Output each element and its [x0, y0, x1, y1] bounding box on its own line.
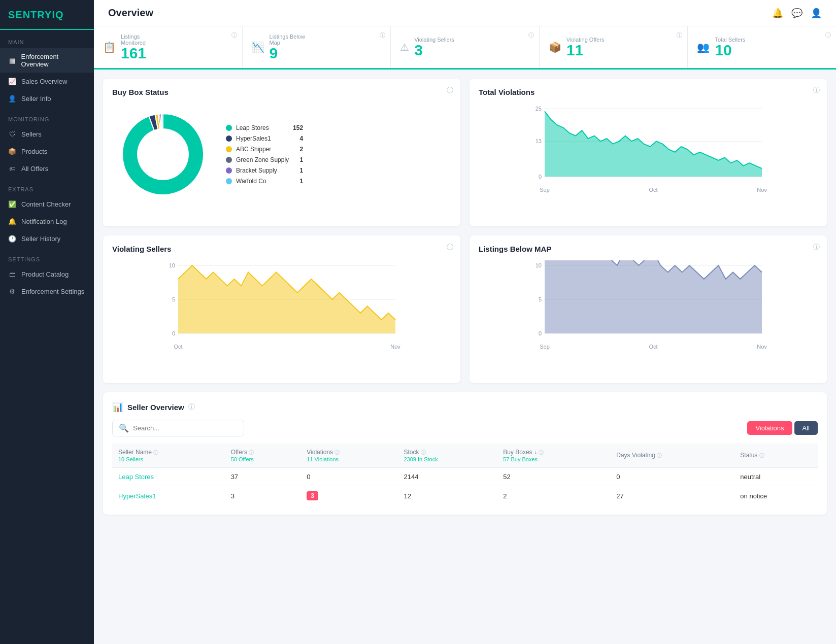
seller-overview-header: 📊 Seller Overview ⓘ — [112, 401, 818, 413]
cell-daysviolating-0: 0 — [610, 468, 734, 486]
sidebar-item-enforcement-settings[interactable]: ⚙Enforcement Settings — [0, 283, 94, 300]
donut-legend: Leap Stores152HyperSales14ABC Shipper2Gr… — [226, 124, 303, 185]
user-icon[interactable]: 👤 — [811, 8, 822, 19]
sidebar-item-sellers[interactable]: 🛡Sellers — [0, 125, 94, 143]
search-icon: 🔍 — [119, 423, 129, 433]
col-label: Days Violating ⓘ — [616, 452, 662, 459]
legend-count: 4 — [293, 135, 303, 142]
bell-icon: 🔔 — [8, 217, 16, 225]
check-square-icon: ✅ — [8, 200, 16, 208]
sidebar-item-content-checker[interactable]: ✅Content Checker — [0, 195, 94, 213]
table-col-4: Buy Boxes ↓ ⓘ57 Buy Boxes — [497, 444, 610, 468]
bar-chart-icon: ▦ — [8, 56, 16, 64]
seller-overview-info-icon[interactable]: ⓘ — [188, 402, 195, 412]
col-sub: 11 Violations — [307, 456, 391, 462]
col-info[interactable]: ⓘ — [421, 450, 426, 455]
legend-dot — [226, 125, 232, 131]
cell-seller-1: HyperSales1 — [112, 486, 225, 506]
total-violations-title: Total Violations — [479, 88, 818, 96]
svg-text:5: 5 — [539, 296, 542, 302]
table-col-0: Seller Name ⓘ10 Sellers — [112, 444, 225, 468]
col-info[interactable]: ⓘ — [759, 453, 764, 458]
total-violations-chart: 01325SepOctNov — [479, 104, 818, 215]
svg-text:Nov: Nov — [757, 344, 767, 350]
cell-violations-0: 0 — [300, 468, 397, 486]
svg-text:10: 10 — [536, 262, 542, 268]
legend-item-Warfold Co: Warfold Co1 — [226, 178, 303, 185]
stat-info-icon-0[interactable]: ⓘ — [231, 31, 237, 39]
stat-item-4: 👥 Total Sellers 10 ⓘ — [688, 26, 836, 68]
sidebar-section-monitoring: Monitoring — [0, 107, 94, 125]
col-sub: 10 Sellers — [118, 456, 219, 462]
svg-text:0: 0 — [539, 174, 542, 180]
sidebar-item-notification-log[interactable]: 🔔Notification Log — [0, 213, 94, 230]
filter-buttons: ViolationsAll — [747, 421, 818, 435]
seller-link-0[interactable]: Leap Stores — [118, 473, 154, 481]
total-violations-info-icon[interactable]: ⓘ — [813, 86, 820, 95]
sidebar-item-label: Seller History — [21, 235, 60, 243]
violations-badge-1: 3 — [307, 491, 318, 500]
table-col-6: Status ⓘ — [734, 444, 818, 468]
sidebar-item-enforcement-overview[interactable]: ▦Enforcement Overview — [0, 48, 94, 73]
col-info[interactable]: ⓘ — [657, 453, 662, 458]
legend-label: ABC Shipper — [236, 146, 271, 153]
listings-below-map-info-icon[interactable]: ⓘ — [813, 243, 820, 252]
table-col-2: Violations ⓘ11 Violations — [300, 444, 397, 468]
notification-icon[interactable]: 🔔 — [772, 8, 783, 19]
stat-info-icon-4[interactable]: ⓘ — [825, 31, 831, 39]
stat-icon-3: 📦 — [549, 41, 561, 53]
search-input[interactable] — [133, 424, 238, 432]
sidebar-item-label: Sales Overview — [21, 78, 67, 85]
buy-box-info-icon[interactable]: ⓘ — [447, 86, 453, 95]
violating-sellers-info-icon[interactable]: ⓘ — [447, 243, 453, 252]
sidebar-item-products[interactable]: 📦Products — [0, 143, 94, 160]
legend-label: Leap Stores — [236, 124, 269, 131]
stat-info-icon-1[interactable]: ⓘ — [380, 31, 385, 39]
cell-offers-1: 3 — [225, 486, 301, 506]
sidebar-item-label: Seller Info — [21, 95, 51, 103]
filter-btn-all[interactable]: All — [794, 421, 818, 435]
violating-sellers-chart: 0510OctNov — [112, 260, 451, 372]
stat-info-icon-3[interactable]: ⓘ — [677, 31, 682, 39]
donut-container: Leap Stores152HyperSales14ABC Shipper2Gr… — [112, 104, 451, 205]
shield-icon: 🛡 — [8, 130, 16, 138]
header: Overview 🔔 💬 👤 — [94, 0, 836, 26]
sidebar-section-main: Main — [0, 30, 94, 48]
cell-violations-1: 3 — [300, 486, 397, 506]
search-box[interactable]: 🔍 — [112, 420, 244, 436]
sidebar-item-product-catalog[interactable]: 🗃Product Catalog — [0, 265, 94, 283]
sidebar-item-all-offers[interactable]: 🏷All Offers — [0, 160, 94, 177]
table-header: Seller Name ⓘ10 SellersOffers ⓘ50 Offers… — [112, 444, 818, 468]
seller-link-1[interactable]: HyperSales1 — [118, 492, 156, 500]
sidebar-item-label: Enforcement Settings — [21, 288, 84, 295]
col-info[interactable]: ⓘ — [249, 450, 254, 455]
stat-info-icon-2[interactable]: ⓘ — [528, 31, 534, 39]
cell-daysviolating-1: 27 — [610, 486, 734, 506]
sidebar-item-seller-info[interactable]: 👤Seller Info — [0, 90, 94, 107]
filter-btn-violations[interactable]: Violations — [747, 421, 792, 435]
col-label: Offers ⓘ — [231, 449, 254, 456]
sidebar-item-label: Product Catalog — [21, 270, 69, 278]
legend-item-Leap Stores: Leap Stores152 — [226, 124, 303, 131]
svg-text:Nov: Nov — [390, 344, 400, 350]
col-sub: 50 Offers — [231, 456, 295, 462]
tag-icon: 🏷 — [8, 164, 16, 173]
seller-overview-icon: 📊 — [112, 401, 123, 413]
sidebar-item-seller-history[interactable]: 🕐Seller History — [0, 230, 94, 247]
col-info[interactable]: ⓘ — [335, 450, 340, 455]
col-info[interactable]: ⓘ — [539, 450, 544, 455]
legend-label: Bracket Supply — [236, 167, 277, 174]
col-label: Status ⓘ — [740, 452, 764, 459]
cell-offers-0: 37 — [225, 468, 301, 486]
table-col-5: Days Violating ⓘ — [610, 444, 734, 468]
listings-below-map-chart: 0510SepOctNov — [479, 260, 818, 372]
charts-grid: Buy Box Status ⓘ Leap Stores152HyperSale… — [94, 79, 836, 392]
stat-item-0: 📋 ListingsMonitored 161 ⓘ — [94, 26, 243, 68]
chat-icon[interactable]: 💬 — [791, 8, 802, 19]
col-info[interactable]: ⓘ — [153, 450, 158, 455]
legend-label: Green Zone Supply — [236, 156, 289, 163]
legend-count: 1 — [293, 167, 303, 174]
sidebar-item-sales-overview[interactable]: 📈Sales Overview — [0, 73, 94, 90]
violating-sellers-card: Violating Sellers ⓘ 0510OctNov — [103, 235, 460, 383]
sidebar-item-label: Products — [21, 148, 47, 155]
